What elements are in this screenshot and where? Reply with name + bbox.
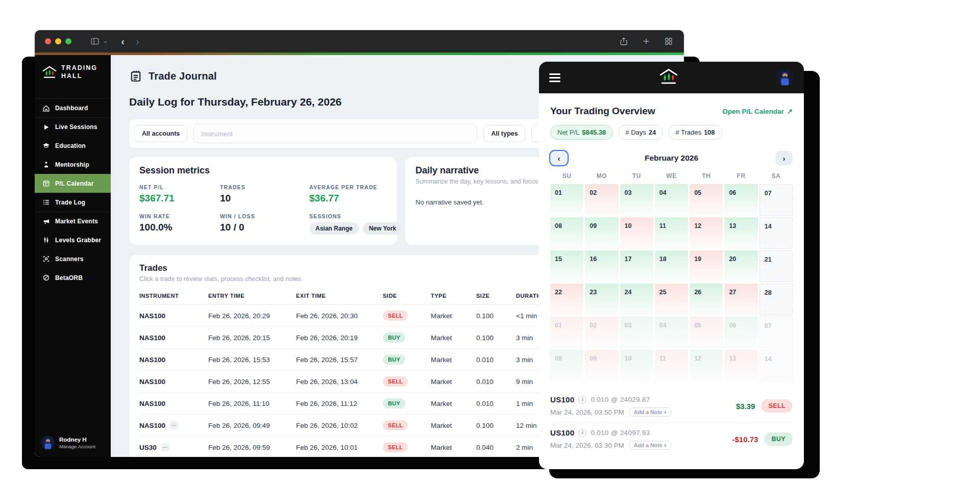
share-icon[interactable] xyxy=(619,36,629,46)
back-button[interactable]: ‹ xyxy=(121,36,125,46)
calendar-day[interactable]: 13 xyxy=(724,217,757,249)
calendar-month-title: February 2026 xyxy=(645,154,698,163)
sidebar-item-trade-log[interactable]: Trade Log xyxy=(35,193,111,212)
new-tab-icon[interactable] xyxy=(641,36,651,46)
calendar-day[interactable]: 15 xyxy=(550,250,583,282)
sidebar-item-scanners[interactable]: Scanners xyxy=(35,249,111,268)
more-icon: ⋯ xyxy=(161,443,170,452)
calendar-day[interactable]: 06 xyxy=(724,184,757,216)
calendar-day[interactable]: 26 xyxy=(690,284,723,315)
calendar-day-number: 27 xyxy=(729,289,736,296)
hamburger-menu-icon[interactable] xyxy=(549,73,560,82)
mobile-trade-row[interactable]: US100 i 0.010 @ 24097.93 Mar 24, 2026, 0… xyxy=(550,422,793,455)
close-window-button[interactable] xyxy=(45,38,51,44)
zoom-window-button[interactable] xyxy=(65,38,71,44)
info-icon[interactable]: i xyxy=(578,396,586,404)
instrument-input[interactable] xyxy=(193,124,477,143)
calendar-day[interactable]: 09 xyxy=(585,350,618,381)
sidebar-item-live-sessions[interactable]: Live Sessions xyxy=(35,117,111,136)
tab-overview-icon[interactable] xyxy=(664,36,674,46)
calendar-day[interactable]: 11 xyxy=(655,217,688,249)
accounts-filter-button[interactable]: All accounts xyxy=(134,125,187,142)
calendar-day[interactable]: 28 xyxy=(760,284,793,315)
add-note-button[interactable]: Add a Note + xyxy=(629,407,672,417)
open-pl-calendar-link[interactable]: Open P/L Calendar ↗ xyxy=(722,107,793,115)
calendar-grid: 01 02 03 04 05 06 07 08 09 10 11 12 13 1… xyxy=(550,184,793,381)
sidebar-toggle-icon[interactable] xyxy=(90,36,100,46)
side-pill: SELL xyxy=(383,442,408,452)
calendar-day[interactable]: 07 xyxy=(760,317,793,348)
calendar-day[interactable]: 22 xyxy=(550,284,583,315)
calendar-day[interactable]: 02 xyxy=(585,317,618,348)
forward-button[interactable]: › xyxy=(136,36,139,46)
list-icon xyxy=(42,198,50,207)
calendar-day[interactable]: 07 xyxy=(760,184,793,216)
calendar-day[interactable]: 10 xyxy=(620,350,653,381)
calendar-day[interactable]: 14 xyxy=(760,217,793,249)
session-metrics-title: Session metrics xyxy=(139,165,387,176)
sidebar-item-dashboard[interactable]: Dashboard xyxy=(35,98,111,117)
calendar-day[interactable]: 09 xyxy=(585,217,618,249)
sidebar-item-mentorship[interactable]: Mentorship xyxy=(35,155,111,174)
types-filter-button[interactable]: All types xyxy=(483,125,525,142)
cell-type: Market xyxy=(431,400,476,407)
minimize-window-button[interactable] xyxy=(55,38,61,44)
sidebar-item-levels-grabber[interactable]: Levels Grabber xyxy=(35,231,111,249)
sidebar-item-label: Market Events xyxy=(55,218,98,225)
calendar-day[interactable]: 27 xyxy=(724,284,757,315)
sidebar-item-market-events[interactable]: Market Events xyxy=(35,212,111,231)
calendar-day[interactable]: 04 xyxy=(655,317,688,348)
sidebar-item-education[interactable]: Education xyxy=(35,136,111,155)
calendar-day[interactable]: 05 xyxy=(690,184,723,216)
calendar-day[interactable]: 23 xyxy=(585,284,618,315)
sidebar-item-label: Education xyxy=(55,142,86,149)
info-icon[interactable]: i xyxy=(578,429,586,437)
calendar-day[interactable]: 14 xyxy=(760,350,793,381)
calendar-day[interactable]: 19 xyxy=(690,250,723,282)
cell-side: BUY xyxy=(383,354,431,365)
calendar-prev-button[interactable]: ‹ xyxy=(550,151,568,165)
calendar-next-button[interactable]: › xyxy=(775,151,793,165)
calendar-day[interactable]: 12 xyxy=(690,217,723,249)
add-note-button[interactable]: Add a Note + xyxy=(629,441,672,450)
mobile-trade-row[interactable]: US100 i 0.010 @ 24029.87 Mar 24, 2026, 0… xyxy=(550,390,793,422)
sidebar-item-betaorb[interactable]: BetaORB xyxy=(35,268,111,287)
sidebar-user[interactable]: Rodney H Manage Account xyxy=(41,436,95,450)
mentorship-icon xyxy=(42,161,50,169)
calendar-day[interactable]: 18 xyxy=(655,250,688,282)
calendar-day[interactable]: 12 xyxy=(690,350,723,381)
trading-hall-logo[interactable]: TRADING HALL xyxy=(35,55,111,87)
column-header-exit-time: EXIT TIME xyxy=(296,293,383,299)
calendar-day[interactable]: 03 xyxy=(620,317,653,348)
calendar-day[interactable]: 20 xyxy=(724,250,757,282)
calendar-day[interactable]: 21 xyxy=(760,250,793,282)
user-manage-account[interactable]: Manage Account xyxy=(59,444,95,449)
mobile-trades-list: US100 i 0.010 @ 24029.87 Mar 24, 2026, 0… xyxy=(550,390,793,455)
sidebar-item-label: Trade Log xyxy=(55,199,85,206)
calendar-day[interactable]: 13 xyxy=(724,350,757,381)
sidebar-item-p-l-calendar[interactable]: P/L Calendar xyxy=(35,174,111,193)
calendar-day[interactable]: 04 xyxy=(655,184,688,216)
trade-instrument: US100 xyxy=(550,395,574,404)
calendar-day[interactable]: 05 xyxy=(690,317,723,348)
calendar-day[interactable]: 16 xyxy=(585,250,618,282)
user-avatar[interactable] xyxy=(776,69,794,86)
chevron-down-icon[interactable]: ⌄ xyxy=(103,38,108,44)
calendar-day[interactable]: 01 xyxy=(550,317,583,348)
cell-side: SELL xyxy=(383,311,431,321)
calendar-day[interactable]: 24 xyxy=(620,284,653,315)
calendar-day[interactable]: 17 xyxy=(620,250,653,282)
calendar-day-number: 24 xyxy=(625,289,632,296)
calendar-day[interactable]: 08 xyxy=(550,350,583,381)
calendar-day[interactable]: 02 xyxy=(585,184,618,216)
calendar-day[interactable]: 25 xyxy=(655,284,688,315)
calendar-day[interactable]: 10 xyxy=(620,217,653,249)
calendar-day[interactable]: 08 xyxy=(550,217,583,249)
sidebar-item-label: Dashboard xyxy=(55,105,88,112)
weekday-label: SU xyxy=(550,172,583,180)
calendar-day[interactable]: 11 xyxy=(655,350,688,381)
calendar-day[interactable]: 03 xyxy=(620,184,653,216)
sidebar-item-label: Mentorship xyxy=(55,161,89,168)
calendar-day[interactable]: 01 xyxy=(550,184,583,216)
calendar-day[interactable]: 06 xyxy=(724,317,757,348)
